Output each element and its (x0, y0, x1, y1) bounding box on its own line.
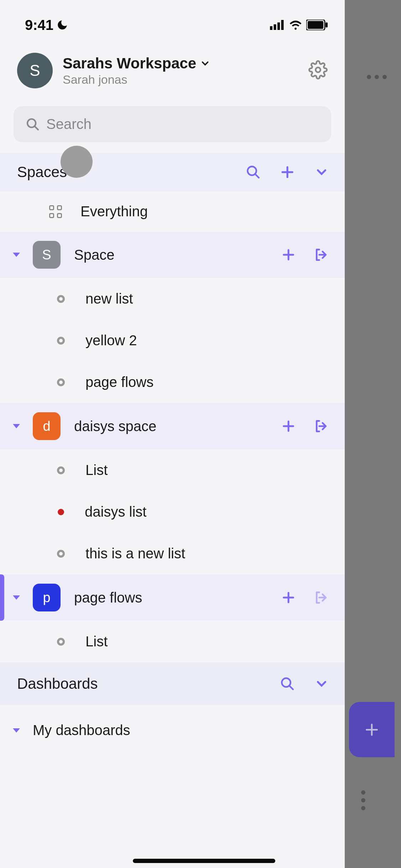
bullet-filled-icon (58, 509, 64, 515)
my-dashboards-label: My dashboards (33, 722, 130, 738)
touch-indicator (61, 146, 93, 178)
list-item[interactable]: yellow 2 (0, 320, 345, 361)
add-space-button[interactable] (280, 165, 295, 180)
caret-icon[interactable] (13, 424, 20, 428)
caret-icon[interactable] (13, 728, 20, 733)
list-label: this is a new list (85, 546, 185, 562)
leave-space-icon[interactable] (313, 590, 329, 605)
search-icon (26, 117, 40, 131)
svg-rect-0 (270, 26, 272, 30)
add-list-button[interactable] (281, 248, 296, 262)
space-name: daisys space (74, 418, 281, 434)
list-item[interactable]: List (0, 621, 345, 662)
space-item[interactable]: d daisys space (0, 403, 345, 449)
add-list-button[interactable] (281, 590, 296, 605)
plus-icon (364, 722, 380, 738)
dashboards-title: Dashboards (17, 675, 280, 692)
bullet-icon (57, 295, 65, 303)
dashboards-section-header[interactable]: Dashboards (0, 662, 345, 705)
spaces-section-header[interactable]: Spaces (0, 153, 345, 191)
list-item[interactable]: new list (0, 278, 345, 320)
list-item[interactable]: page flows (0, 361, 345, 403)
create-button[interactable] (349, 702, 395, 757)
list-label: yellow 2 (85, 332, 137, 348)
space-name: page flows (74, 590, 281, 606)
list-item[interactable]: this is a new list (0, 533, 345, 574)
leave-space-icon[interactable] (313, 247, 329, 263)
workspace-name-label: Sarahs Workspace (63, 55, 196, 72)
list-label: List (85, 634, 108, 650)
more-options-button[interactable] (367, 75, 387, 79)
my-dashboards-item[interactable]: My dashboards (0, 705, 345, 755)
bullet-icon (57, 550, 65, 558)
search-dashboards-icon[interactable] (280, 676, 295, 691)
space-name: Space (74, 247, 281, 263)
spaces-title: Spaces (17, 164, 246, 181)
workspace-switcher[interactable]: Sarahs Workspace (63, 55, 308, 72)
bullet-icon (57, 378, 65, 386)
everything-item[interactable]: Everything (0, 191, 345, 232)
svg-rect-6 (326, 22, 328, 27)
space-badge: S (33, 241, 61, 269)
svg-rect-3 (281, 20, 284, 30)
status-bar: 9:41 (0, 0, 345, 36)
active-indicator (0, 574, 4, 621)
battery-icon (306, 20, 328, 30)
list-item[interactable]: daisys list (0, 491, 345, 533)
backdrop[interactable] (345, 0, 401, 868)
caret-icon[interactable] (13, 595, 20, 600)
home-indicator[interactable] (133, 859, 275, 863)
cellular-icon (270, 20, 285, 30)
space-item[interactable]: S Space (0, 232, 345, 278)
search-container[interactable] (14, 106, 331, 142)
caret-icon[interactable] (13, 253, 20, 257)
space-badge: p (33, 584, 61, 611)
bullet-icon (57, 638, 65, 646)
workspace-header: S Sarahs Workspace Sarah jonas (0, 36, 345, 99)
list-label: new list (85, 291, 133, 307)
list-label: daisys list (85, 504, 146, 520)
add-list-button[interactable] (281, 419, 296, 433)
bullet-icon (57, 466, 65, 474)
svg-rect-2 (277, 22, 280, 30)
list-item[interactable]: List (0, 449, 345, 491)
moon-icon (56, 19, 68, 31)
everything-label: Everything (80, 203, 148, 219)
space-badge: d (33, 412, 61, 440)
list-label: List (85, 462, 108, 478)
everything-icon (49, 205, 62, 218)
space-item-active[interactable]: p page flows (0, 574, 345, 621)
collapse-dashboards-icon[interactable] (314, 676, 329, 691)
list-label: page flows (85, 374, 153, 390)
bullet-icon (57, 337, 65, 345)
vertical-dots[interactable] (361, 790, 365, 810)
gear-icon (308, 60, 328, 79)
username-label: Sarah jonas (63, 73, 308, 87)
status-time: 9:41 (25, 17, 53, 33)
sidebar: 9:41 S Sarahs Workspace (0, 0, 345, 868)
leave-space-icon[interactable] (313, 418, 329, 434)
svg-rect-5 (308, 21, 323, 29)
chevron-down-icon (200, 58, 210, 69)
search-input[interactable] (46, 116, 319, 132)
search-spaces-icon[interactable] (246, 165, 261, 180)
wifi-icon (289, 20, 302, 30)
settings-button[interactable] (308, 60, 328, 81)
avatar[interactable]: S (17, 53, 53, 88)
collapse-spaces-icon[interactable] (314, 165, 329, 180)
svg-rect-1 (274, 24, 276, 30)
